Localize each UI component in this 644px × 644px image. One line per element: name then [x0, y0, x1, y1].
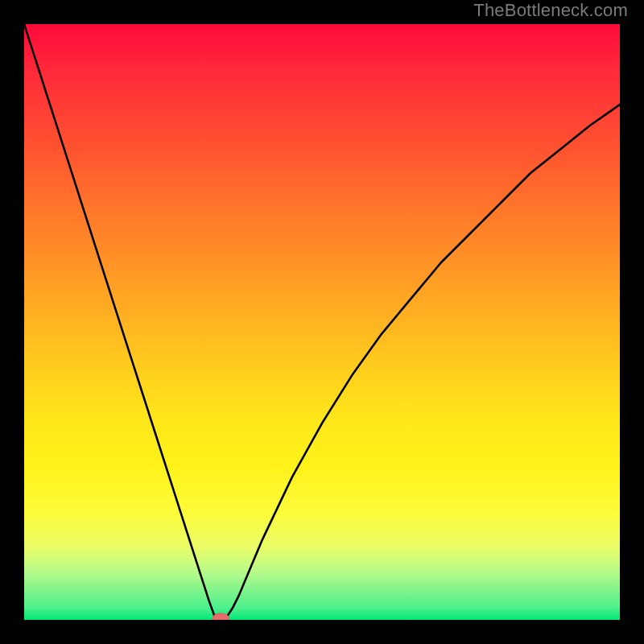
curve-layer	[24, 24, 620, 620]
chart-frame: TheBottleneck.com	[0, 0, 644, 644]
bottleneck-curve	[24, 24, 620, 620]
watermark-text: TheBottleneck.com	[473, 0, 628, 21]
plot-area	[24, 24, 620, 620]
